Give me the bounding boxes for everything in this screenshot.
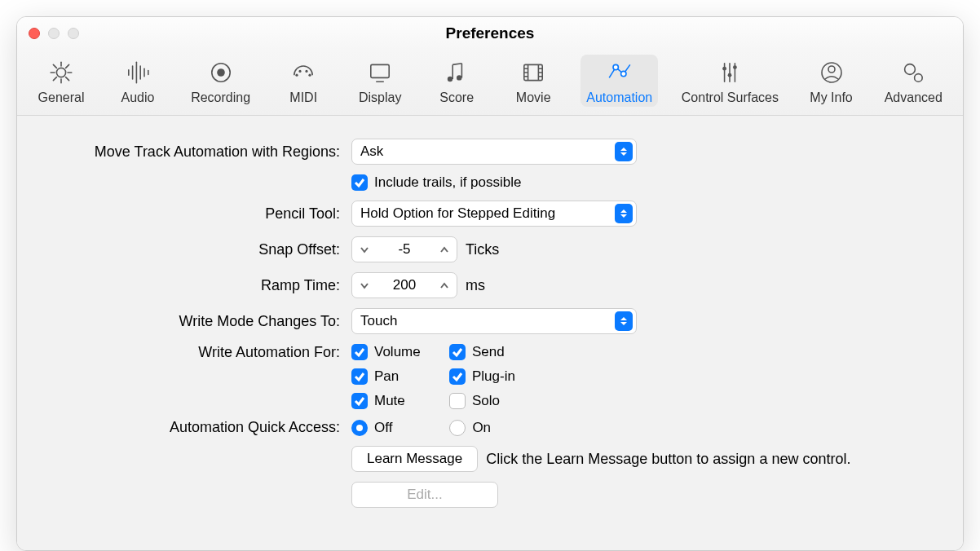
popup-arrows-icon (615, 311, 633, 331)
pencil-tool-popup[interactable]: Hold Option for Stepped Editing (351, 201, 637, 227)
tab-my-info[interactable]: My Info (802, 55, 861, 107)
volume-checkbox[interactable]: Volume (351, 344, 430, 360)
svg-point-18 (299, 70, 302, 73)
svg-point-46 (828, 66, 835, 73)
toolbar: General Audio Recording MIDI Display Sco… (17, 50, 963, 116)
tab-general[interactable]: General (32, 55, 90, 107)
popup-arrows-icon (615, 204, 633, 223)
svg-rect-21 (371, 64, 389, 77)
write-mode-popup[interactable]: Touch (351, 308, 637, 334)
tab-label: Control Surfaces (682, 90, 779, 105)
learn-message-hint: Click the Learn Message button to assign… (486, 451, 850, 468)
checkbox-checked-icon (449, 368, 466, 385)
quick-access-label: Automation Quick Access: (42, 419, 343, 436)
plugin-checkbox[interactable]: Plug-in (449, 368, 528, 385)
solo-checkbox[interactable]: Solo (449, 393, 528, 409)
midi-icon (286, 58, 320, 87)
tab-control-surfaces[interactable]: Control Surfaces (676, 55, 784, 107)
radio-off-icon (449, 420, 466, 436)
popup-arrows-icon (615, 142, 633, 161)
tab-label: Audio (121, 90, 155, 105)
send-checkbox[interactable]: Send (449, 344, 528, 360)
tab-label: Score (439, 90, 474, 105)
svg-point-20 (309, 74, 311, 77)
checkbox-label: Include trails, if possible (374, 174, 521, 191)
tab-label: Display (359, 90, 401, 105)
svg-point-38 (620, 71, 625, 76)
svg-point-47 (905, 64, 916, 75)
checkbox-label: Solo (472, 393, 500, 409)
tab-audio[interactable]: Audio (108, 55, 167, 107)
edit-button: Edit... (351, 482, 498, 508)
stepper-up-icon[interactable] (432, 273, 457, 298)
stepper-down-icon[interactable] (352, 237, 377, 262)
move-track-label: Move Track Automation with Regions: (42, 143, 343, 161)
waveform-icon (121, 58, 155, 87)
stepper-up-icon[interactable] (432, 237, 457, 262)
window-title: Preferences (17, 24, 963, 42)
svg-point-37 (613, 64, 618, 69)
tab-advanced[interactable]: Advanced (879, 55, 948, 107)
svg-point-23 (448, 77, 452, 82)
film-icon (516, 58, 550, 87)
svg-line-6 (66, 77, 69, 81)
svg-line-8 (66, 64, 69, 68)
display-icon (363, 58, 397, 87)
stepper-value: -5 (377, 241, 432, 258)
ramp-time-unit: ms (466, 277, 485, 294)
svg-line-5 (53, 64, 56, 68)
svg-point-19 (306, 70, 308, 73)
checkbox-checked-icon (351, 368, 368, 385)
move-track-popup[interactable]: Ask (351, 139, 637, 165)
tab-label: Movie (516, 90, 551, 105)
button-label: Learn Message (367, 451, 462, 467)
gear-icon (44, 58, 78, 87)
tab-display[interactable]: Display (351, 55, 409, 107)
tab-movie[interactable]: Movie (504, 55, 563, 107)
snap-offset-stepper[interactable]: -5 (351, 236, 457, 262)
tab-label: Recording (191, 90, 250, 105)
record-icon (204, 58, 238, 87)
ramp-time-stepper[interactable]: 200 (351, 272, 457, 298)
tab-score[interactable]: Score (427, 55, 486, 107)
tab-label: General (38, 90, 85, 105)
write-auto-for-label: Write Automation For: (42, 344, 343, 361)
tab-automation[interactable]: Automation (580, 55, 658, 107)
popup-value: Touch (360, 313, 397, 329)
checkbox-label: Plug-in (472, 368, 515, 385)
pencil-tool-label: Pencil Tool: (42, 205, 343, 223)
radio-label: On (472, 420, 491, 436)
checkbox-checked-icon (351, 174, 368, 191)
gears-icon (896, 58, 930, 87)
titlebar: Preferences (17, 17, 963, 50)
content-panel: Move Track Automation with Regions: Ask … (17, 116, 963, 550)
ramp-time-label: Ramp Time: (42, 277, 343, 294)
pan-checkbox[interactable]: Pan (351, 368, 430, 385)
radio-label: Off (374, 420, 392, 436)
stepper-down-icon[interactable] (352, 273, 377, 298)
radio-on-icon (351, 420, 368, 436)
learn-message-button[interactable]: Learn Message (351, 446, 478, 472)
tab-label: MIDI (289, 90, 317, 105)
checkbox-label: Send (472, 344, 505, 360)
popup-value: Hold Option for Stepped Editing (360, 205, 555, 222)
tab-label: My Info (810, 90, 852, 105)
include-trails-checkbox[interactable]: Include trails, if possible (351, 174, 521, 191)
svg-point-48 (915, 74, 923, 82)
popup-value: Ask (360, 143, 383, 160)
checkbox-label: Volume (374, 344, 421, 360)
music-notes-icon (439, 58, 474, 87)
svg-point-16 (217, 68, 225, 77)
tab-label: Advanced (885, 90, 942, 105)
tab-recording[interactable]: Recording (185, 55, 256, 107)
svg-point-44 (733, 65, 737, 69)
quick-access-off-radio[interactable]: Off (351, 420, 392, 436)
checkbox-label: Pan (374, 368, 399, 385)
checkbox-unchecked-icon (449, 393, 466, 409)
tab-midi[interactable]: MIDI (274, 55, 333, 107)
sliders-icon (713, 58, 747, 87)
quick-access-on-radio[interactable]: On (449, 420, 491, 436)
svg-point-43 (728, 73, 732, 77)
svg-point-25 (457, 75, 461, 80)
mute-checkbox[interactable]: Mute (351, 393, 430, 409)
